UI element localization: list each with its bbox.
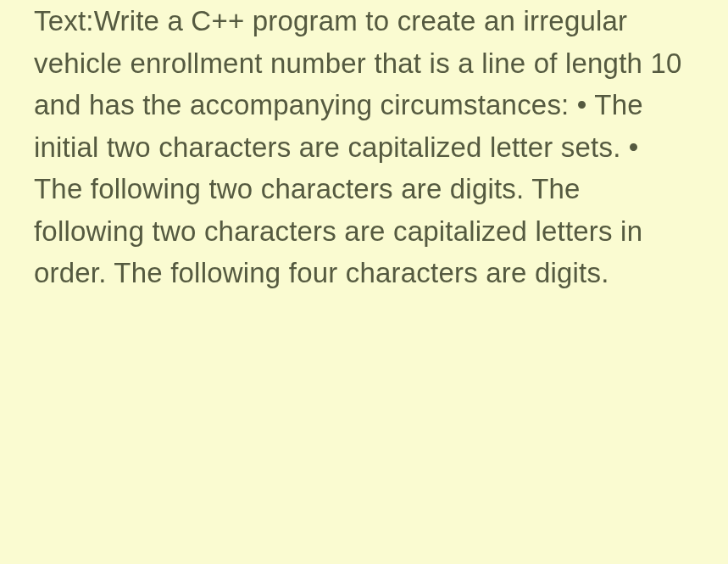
document-text: Text:Write a C++ program to create an ir… <box>34 0 694 294</box>
